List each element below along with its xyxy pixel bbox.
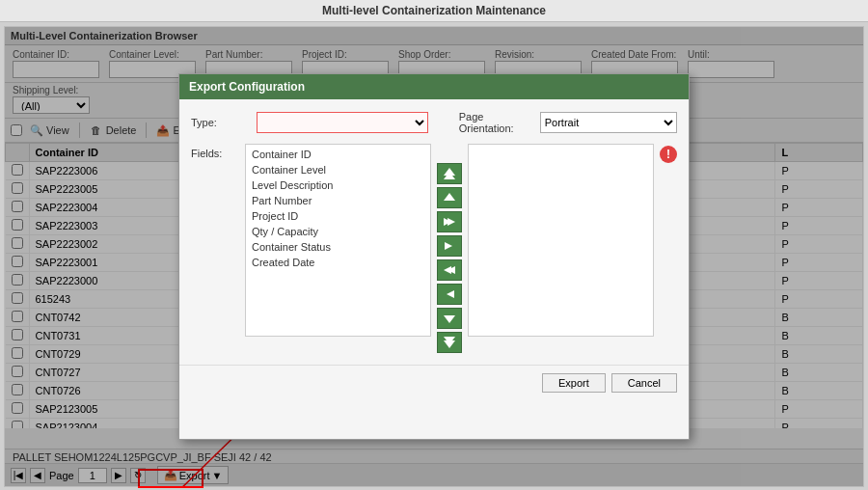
type-select[interactable] [257, 112, 428, 133]
svg-marker-11 [444, 315, 455, 323]
modal-cancel-button[interactable]: Cancel [611, 373, 677, 393]
svg-marker-9 [444, 266, 451, 274]
fields-label: Fields: [191, 144, 239, 159]
svg-marker-4 [444, 193, 455, 201]
fields-row: Fields: Container IDContainer LevelLevel… [191, 144, 677, 353]
available-field-item[interactable]: Created Date [248, 255, 428, 270]
arrows-column [437, 144, 462, 353]
modal-overlay: Export Configuration Type: Page Orientat… [5, 27, 863, 486]
app-title: Multi-level Containerization Maintenance [322, 4, 546, 17]
svg-marker-7 [445, 242, 452, 250]
move-right-button[interactable] [437, 235, 462, 257]
available-field-item[interactable]: Part Number [248, 193, 428, 208]
available-field-item[interactable]: Container Status [248, 239, 428, 255]
export-config-modal: Export Configuration Type: Page Orientat… [178, 73, 690, 440]
available-field-item[interactable]: Qty / Capacity [248, 224, 428, 239]
svg-marker-10 [447, 290, 454, 298]
available-field-item[interactable]: Project ID [248, 208, 428, 224]
selected-fields-list[interactable] [468, 144, 654, 337]
move-left-button[interactable] [437, 284, 462, 305]
modal-footer: Export Cancel [179, 365, 689, 400]
available-field-item[interactable]: Container ID [248, 147, 428, 162]
available-fields-list[interactable]: Container IDContainer LevelLevel Descrip… [245, 144, 431, 337]
page-orientation-label: Page Orientation: [459, 111, 532, 134]
type-orientation-row: Type: Page Orientation: Portrait Landsca… [191, 111, 677, 134]
title-bar: Multi-level Containerization Maintenance [0, 0, 868, 22]
move-all-right-button[interactable] [437, 211, 462, 232]
type-label: Type: [191, 117, 249, 128]
available-field-item[interactable]: Container Level [248, 162, 428, 177]
move-up-button[interactable] [437, 187, 462, 208]
move-all-down-button[interactable] [437, 332, 462, 353]
move-down-button[interactable] [437, 308, 462, 329]
move-all-left-button[interactable] [437, 259, 462, 281]
error-icon: ! [660, 146, 677, 163]
move-all-up-button[interactable] [437, 163, 462, 184]
modal-export-button[interactable]: Export [542, 373, 606, 393]
modal-body: Type: Page Orientation: Portrait Landsca… [179, 99, 689, 365]
main-window: Multi-Level Containerization Browser Con… [4, 26, 864, 487]
available-field-item[interactable]: Level Description [248, 177, 428, 193]
svg-marker-6 [448, 218, 455, 226]
modal-title: Export Configuration [179, 74, 689, 99]
page-orientation-select[interactable]: Portrait Landscape [540, 112, 677, 133]
